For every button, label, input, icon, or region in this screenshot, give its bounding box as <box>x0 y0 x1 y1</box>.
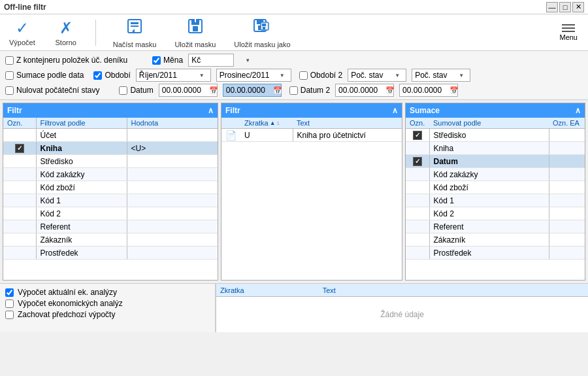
datum-field2[interactable]: 📅 <box>223 84 282 97</box>
obdobi-dropdown[interactable]: ▼ <box>136 69 211 82</box>
sort-control[interactable]: Zkratka ▲ 1 <box>244 119 289 127</box>
storno-label: Storno <box>56 39 76 46</box>
filter-ozn-5[interactable] <box>3 194 36 207</box>
mena-checkbox[interactable]: Měna <box>152 56 183 65</box>
sumace-row-1[interactable]: Kniha <box>406 142 585 155</box>
datum-input2[interactable] <box>226 86 272 95</box>
bottom-checkbox-1[interactable] <box>5 299 14 308</box>
sumace-ozn-7[interactable] <box>406 220 429 233</box>
sumace-checkbox-2[interactable]: ✓ <box>413 157 422 166</box>
filter-checkbox-1[interactable]: ✓ <box>15 144 24 153</box>
filter-row-5[interactable]: Kód 1 <box>3 194 218 207</box>
datum2-input1[interactable] <box>338 86 384 95</box>
bottom-check-row-2[interactable]: Zachovat předchozí výpočty <box>5 310 210 319</box>
filter-ozn-9[interactable] <box>3 247 36 260</box>
sumace-ozn-3[interactable] <box>406 168 429 181</box>
filter-row-1[interactable]: ✓Kniha<U> <box>3 142 218 155</box>
shortcut-collapse-icon[interactable]: ∧ <box>392 106 398 115</box>
obdobi-input[interactable] <box>93 71 102 80</box>
filter-row-4[interactable]: Kód zboží <box>3 181 218 194</box>
obdobi2-input[interactable] <box>299 71 308 80</box>
obdobi2-dropdown[interactable]: ▼ <box>216 69 291 82</box>
filter-collapse-icon[interactable]: ∧ <box>208 106 214 115</box>
menu-button[interactable]: Menu <box>559 24 583 41</box>
filter-ozn-2[interactable] <box>3 155 36 168</box>
datum2-input2[interactable] <box>402 86 448 95</box>
obdobi-checkbox[interactable]: Období <box>93 71 130 80</box>
z-kontejneru-checkbox[interactable]: Z kontejneru položek úč. deníku <box>5 56 127 65</box>
datum2-field2[interactable]: 📅 <box>399 84 458 97</box>
storno-button[interactable]: ✗ Storno <box>50 18 82 48</box>
poc-stav1-dropdown[interactable]: ▼ <box>348 69 406 82</box>
sumace-ozn-2[interactable]: ✓ <box>406 155 429 168</box>
sumace-row-4[interactable]: Kód zboží <box>406 181 585 194</box>
datum-checkbox[interactable]: Datum <box>119 86 153 95</box>
filter-ozn-6[interactable] <box>3 207 36 220</box>
sumace-row-3[interactable]: Kód zakázky <box>406 168 585 181</box>
datum2-checkbox[interactable]: Datum 2 <box>289 86 330 95</box>
filter-row-0[interactable]: Účet <box>3 129 218 142</box>
ulozit-masku-button[interactable]: Uložit masku <box>171 16 220 50</box>
obdobi2-value-input[interactable] <box>220 71 278 80</box>
vypocet-button[interactable]: ✓ Výpočet <box>5 18 39 48</box>
filter-row-7[interactable]: Referent <box>3 220 218 233</box>
sumace-ozn-4[interactable] <box>406 181 429 194</box>
filter-row-3[interactable]: Kód zakázky <box>3 168 218 181</box>
bottom-checkbox-0[interactable] <box>5 288 14 297</box>
datum-input1[interactable] <box>162 86 208 95</box>
sumace-ozn-6[interactable] <box>406 207 429 220</box>
filter-ozn-8[interactable] <box>3 233 36 247</box>
shortcut-row-0[interactable]: 📄UKniha pro účetnictví <box>221 129 402 142</box>
obdobi-value-input[interactable] <box>139 71 198 80</box>
sumace-ozn-1[interactable] <box>406 142 429 155</box>
sumace-ozn-8[interactable] <box>406 233 429 247</box>
filter-ozn-4[interactable] <box>3 181 36 194</box>
maximize-button[interactable]: □ <box>559 2 571 12</box>
bottom-check-row-1[interactable]: Výpočet ekonomických analýz <box>5 299 210 308</box>
filter-ozn-1[interactable]: ✓ <box>3 142 36 155</box>
obdobi2-checkbox[interactable]: Období 2 <box>299 71 342 80</box>
sumace-input[interactable] <box>5 71 14 80</box>
sumace-checkbox[interactable]: Sumace podle data <box>5 71 84 80</box>
filter-row-8[interactable]: Zákazník <box>3 233 218 247</box>
filter-ozn-3[interactable] <box>3 168 36 181</box>
sumace-row-0[interactable]: ✓Středisko <box>406 129 585 142</box>
filter-row-6[interactable]: Kód 2 <box>3 207 218 220</box>
nacist-masku-button[interactable]: Načíst masku <box>109 16 161 50</box>
datum2-input[interactable] <box>289 86 298 95</box>
sumace-ozn-5[interactable] <box>406 194 429 207</box>
sumace-row-6[interactable]: Kód 2 <box>406 207 585 220</box>
sumace-ozn-9[interactable] <box>406 247 429 260</box>
datum-field1[interactable]: 📅 <box>159 84 218 97</box>
minimize-button[interactable]: ― <box>546 2 558 12</box>
filter-ozn-0[interactable] <box>3 129 36 142</box>
sumace-checkbox-0[interactable]: ✓ <box>413 131 422 140</box>
filter-row-2[interactable]: Středisko <box>3 155 218 168</box>
sumace-row-9[interactable]: Prostředek <box>406 247 585 260</box>
title-bar: Off-line filtr ― □ ✕ <box>0 0 588 14</box>
nulovat-input[interactable] <box>5 86 14 95</box>
sumace-collapse-icon[interactable]: ∧ <box>575 106 581 115</box>
sumace-row-8[interactable]: Zákazník <box>406 233 585 247</box>
sumace-sum-0: Středisko <box>429 129 549 142</box>
mena-input[interactable] <box>152 56 161 65</box>
close-button[interactable]: ✕ <box>572 2 584 12</box>
sumace-row-7[interactable]: Referent <box>406 220 585 233</box>
bottom-checkbox-2[interactable] <box>5 311 14 319</box>
poc-stav2-input[interactable] <box>415 71 457 80</box>
poc-stav1-input[interactable] <box>351 71 393 80</box>
filter-row-9[interactable]: Prostředek <box>3 247 218 260</box>
datum2-field1[interactable]: 📅 <box>335 84 394 97</box>
sumace-ozn-0[interactable]: ✓ <box>406 129 429 142</box>
poc-stav2-dropdown[interactable]: ▼ <box>412 69 470 82</box>
mena-value-input[interactable] <box>191 56 244 65</box>
filter-ozn-7[interactable] <box>3 220 36 233</box>
datum-input[interactable] <box>119 86 127 95</box>
ulozit-masku-jako-button[interactable]: Uložit masku jako <box>230 16 294 50</box>
z-kontejneru-input[interactable] <box>5 56 14 65</box>
sumace-row-5[interactable]: Kód 1 <box>406 194 585 207</box>
mena-dropdown[interactable]: ▼ <box>188 54 234 67</box>
sumace-row-2[interactable]: ✓Datum <box>406 155 585 168</box>
nulovat-checkbox[interactable]: Nulovat počáteční stavy <box>5 86 99 95</box>
bottom-check-row-0[interactable]: Výpočet aktuální ek. analýzy <box>5 288 210 297</box>
